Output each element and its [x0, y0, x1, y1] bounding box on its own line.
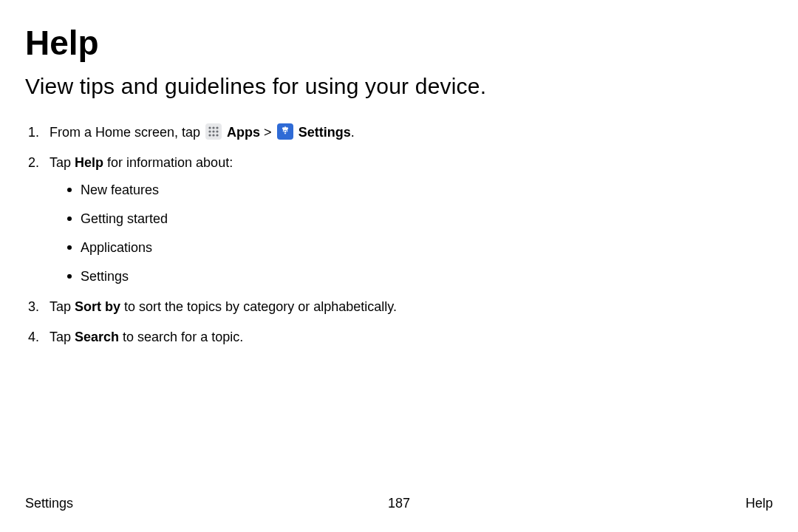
- footer-page-number: 187: [388, 496, 410, 511]
- bullet-getting-started: Getting started: [67, 209, 434, 229]
- step-4: Tap Search to search for a topic.: [25, 327, 434, 347]
- bullet-settings: Settings: [67, 267, 434, 287]
- svg-point-6: [208, 134, 211, 137]
- svg-point-4: [212, 131, 214, 133]
- svg-point-8: [216, 134, 218, 137]
- step-4-prefix: Tap: [50, 330, 75, 344]
- page-subtitle: View tips and guidelines for using your …: [25, 74, 773, 99]
- svg-point-0: [208, 127, 211, 129]
- apps-label: Apps: [227, 125, 260, 140]
- page-title: Help: [25, 25, 773, 61]
- svg-point-7: [212, 134, 214, 137]
- bullet-new-features: New features: [67, 180, 434, 200]
- step-4-bold: Search: [75, 330, 119, 344]
- steps-list: From a Home screen, tap Apps >: [25, 123, 773, 347]
- breadcrumb-sep: >: [264, 125, 276, 140]
- step-2-suffix: for information about:: [103, 155, 233, 170]
- step-1-suffix: .: [351, 125, 355, 140]
- step-3-suffix: to sort the topics by category or alphab…: [120, 299, 397, 314]
- step-2-bold: Help: [75, 155, 103, 170]
- svg-point-2: [216, 127, 218, 129]
- step-1-prefix: From a Home screen, tap: [50, 125, 204, 140]
- step-4-suffix: to search for a topic.: [119, 330, 243, 344]
- svg-point-5: [216, 131, 218, 133]
- step-2-bullets: New features Getting started Application…: [50, 180, 434, 287]
- step-2-prefix: Tap: [50, 155, 75, 170]
- svg-point-3: [208, 131, 211, 133]
- svg-point-10: [284, 131, 286, 133]
- step-1: From a Home screen, tap Apps >: [25, 123, 434, 143]
- apps-icon: [205, 123, 222, 140]
- settings-label: Settings: [299, 125, 351, 140]
- step-3: Tap Sort by to sort the topics by catego…: [25, 297, 434, 317]
- footer-left: Settings: [25, 496, 73, 511]
- page-footer: Settings 187 Help: [0, 496, 798, 511]
- bullet-applications: Applications: [67, 238, 434, 258]
- svg-point-1: [212, 127, 214, 129]
- footer-right: Help: [746, 496, 773, 511]
- step-2: Tap Help for information about: New feat…: [25, 153, 434, 287]
- settings-icon: [277, 123, 293, 140]
- help-page: Help View tips and guidelines for using …: [0, 0, 798, 532]
- step-3-bold: Sort by: [75, 299, 120, 314]
- step-3-prefix: Tap: [50, 299, 75, 314]
